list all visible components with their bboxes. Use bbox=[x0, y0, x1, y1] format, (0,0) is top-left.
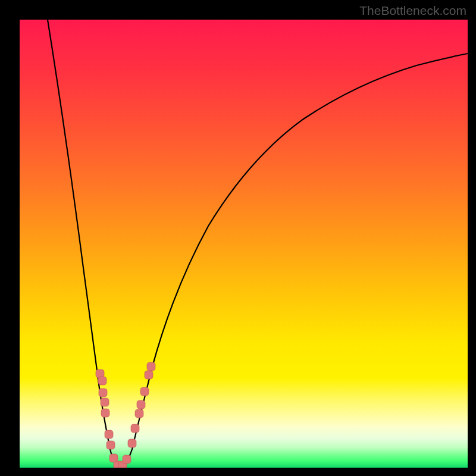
data-point bbox=[99, 389, 107, 397]
gradient-background bbox=[20, 20, 468, 468]
data-point bbox=[137, 400, 145, 409]
data-point bbox=[101, 409, 109, 417]
bottleneck-chart bbox=[0, 0, 476, 476]
data-point bbox=[145, 371, 153, 379]
data-point bbox=[147, 362, 155, 371]
data-point bbox=[131, 424, 139, 433]
watermark-text: TheBottleneck.com bbox=[359, 4, 466, 18]
data-point bbox=[107, 441, 115, 449]
data-point bbox=[98, 377, 107, 385]
data-point bbox=[123, 455, 131, 464]
data-point bbox=[140, 387, 149, 396]
chart-container bbox=[0, 0, 476, 476]
data-point bbox=[128, 439, 136, 447]
data-point bbox=[101, 398, 109, 406]
data-point bbox=[135, 409, 143, 418]
data-point bbox=[105, 430, 113, 439]
